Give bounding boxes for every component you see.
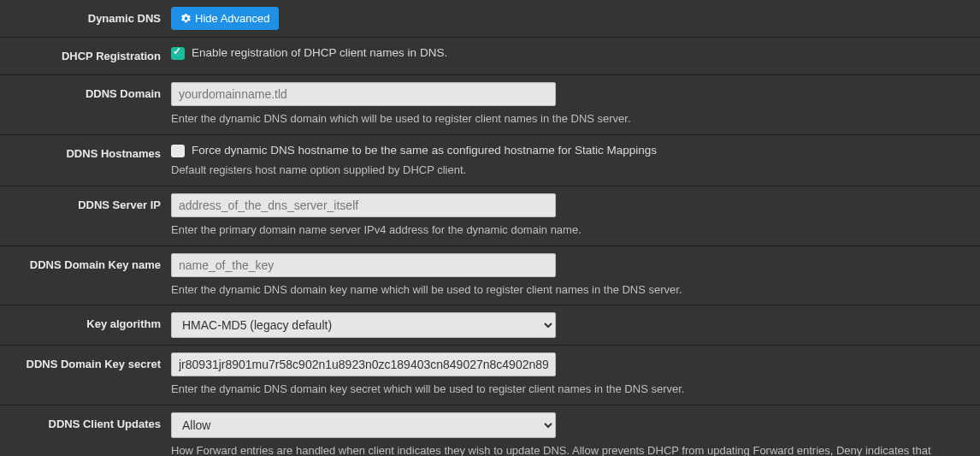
row-key-algorithm: Key algorithm HMAC-MD5 (legacy default) — [0, 305, 980, 346]
control-dynamic-dns: Hide Advanced — [171, 7, 980, 30]
control-ddns-hostnames: Force dynamic DNS hostname to be the sam… — [171, 142, 980, 179]
label-ddns-domain: DDNS Domain — [0, 82, 171, 127]
row-dhcp-registration: DHCP Registration Enable registration of… — [0, 38, 980, 75]
control-ddns-domain: Enter the dynamic DNS domain which will … — [171, 82, 980, 127]
help-ddns-hostnames: Default registers host name option suppl… — [171, 163, 971, 179]
row-ddns-client-updates: DDNS Client Updates Allow How Forward en… — [0, 406, 980, 456]
control-ddns-client-updates: Allow How Forward entries are handled wh… — [171, 412, 980, 456]
help-ddns-key-secret: Enter the dynamic DNS domain key secret … — [171, 382, 971, 398]
row-ddns-domain: DDNS Domain Enter the dynamic DNS domain… — [0, 75, 980, 135]
help-ddns-key-name: Enter the dynamic DNS domain key name wh… — [171, 282, 971, 299]
label-dhcp-registration: DHCP Registration — [0, 44, 171, 68]
row-dynamic-dns: Dynamic DNS Hide Advanced — [0, 0, 980, 38]
hide-advanced-button[interactable]: Hide Advanced — [171, 7, 279, 30]
ddns-client-updates-select[interactable]: Allow — [171, 412, 556, 438]
row-ddns-server-ip: DDNS Server IP Enter the primary domain … — [0, 187, 980, 246]
key-algorithm-select[interactable]: HMAC-MD5 (legacy default) — [171, 312, 556, 338]
label-ddns-client-updates: DDNS Client Updates — [0, 412, 171, 456]
dhcp-registration-checkbox[interactable] — [171, 47, 185, 60]
ddns-hostnames-checkbox[interactable] — [171, 145, 185, 157]
label-key-algorithm: Key algorithm — [0, 312, 171, 338]
ddns-domain-input[interactable] — [171, 82, 556, 106]
control-ddns-server-ip: Enter the primary domain name server IPv… — [171, 193, 980, 239]
gear-icon — [180, 13, 192, 24]
ddns-hostnames-checkbox-label: Force dynamic DNS hostname to be the sam… — [192, 144, 657, 157]
dhcp-registration-checkbox-label: Enable registration of DHCP client names… — [192, 46, 447, 59]
help-ddns-client-updates: How Forward entries are handled when cli… — [171, 443, 971, 456]
label-ddns-key-secret: DDNS Domain Key secret — [0, 352, 171, 398]
control-ddns-key-name: Enter the dynamic DNS domain key name wh… — [171, 253, 980, 299]
ddns-key-name-input[interactable] — [171, 253, 556, 277]
control-dhcp-registration: Enable registration of DHCP client names… — [171, 44, 980, 68]
label-dynamic-dns: Dynamic DNS — [0, 7, 171, 30]
ddns-server-ip-input[interactable] — [171, 193, 556, 217]
label-ddns-server-ip: DDNS Server IP — [0, 193, 171, 239]
control-key-algorithm: HMAC-MD5 (legacy default) — [171, 312, 980, 338]
row-ddns-key-name: DDNS Domain Key name Enter the dynamic D… — [0, 246, 980, 306]
label-ddns-key-name: DDNS Domain Key name — [0, 253, 171, 299]
row-ddns-hostnames: DDNS Hostnames Force dynamic DNS hostnam… — [0, 135, 980, 187]
label-ddns-hostnames: DDNS Hostnames — [0, 142, 171, 179]
row-ddns-key-secret: DDNS Domain Key secret Enter the dynamic… — [0, 346, 980, 406]
hide-advanced-label: Hide Advanced — [195, 12, 269, 25]
control-ddns-key-secret: Enter the dynamic DNS domain key secret … — [171, 352, 980, 398]
help-ddns-domain: Enter the dynamic DNS domain which will … — [171, 111, 971, 127]
help-ddns-server-ip: Enter the primary domain name server IPv… — [171, 222, 971, 239]
ddns-key-secret-input[interactable] — [171, 352, 556, 376]
